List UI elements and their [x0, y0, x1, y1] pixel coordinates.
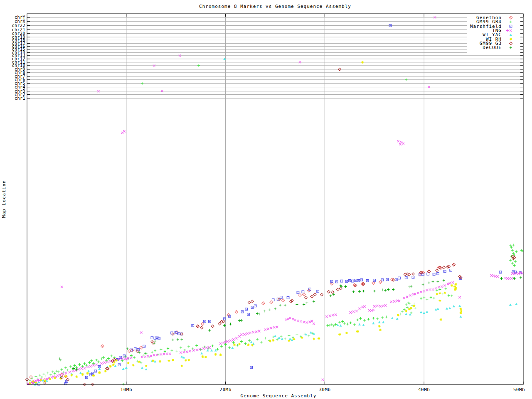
chromosome-row-labels: chrYchrXchr22chr21chr20chr19chr18chr17ch… — [12, 15, 25, 100]
x-tick-label-20Mb: 20Mb — [219, 387, 232, 392]
data-points — [26, 16, 524, 386]
x-tick-labels: 10Mb20Mb30Mb40Mb50Mb — [121, 387, 525, 392]
legend-label: DeCODE — [483, 45, 502, 50]
series-gm99-gb4-points — [29, 64, 524, 385]
series-decode-points — [59, 276, 522, 371]
x-tick-label-40Mb: 40Mb — [418, 387, 430, 392]
series-wi-yac-points — [34, 58, 517, 386]
x-axis-label: Genome Sequence Assembly — [241, 393, 317, 399]
x-tick-label-10Mb: 10Mb — [121, 387, 133, 392]
series-wi-rh-points — [29, 61, 463, 385]
chart-page: chrYchrXchr22chr21chr20chr19chr18chr17ch… — [0, 0, 532, 399]
x-tick-label-50Mb: 50Mb — [513, 387, 525, 392]
y-axis-label: Map Location — [1, 180, 7, 218]
chart-title: Chromosome 8 Markers vs Genome Sequence … — [199, 4, 351, 9]
series-gm99-g3-points — [26, 68, 516, 386]
x-tick-label-30Mb: 30Mb — [319, 387, 331, 392]
scatter-plot-canvas: chrYchrXchr22chr21chr20chr19chr18chr17ch… — [0, 0, 532, 399]
series-tng-points — [27, 16, 524, 385]
chromosome-row-lines — [27, 17, 523, 98]
series-marshfield-points — [38, 25, 522, 385]
row-label-chr1: chr1 — [15, 96, 25, 101]
